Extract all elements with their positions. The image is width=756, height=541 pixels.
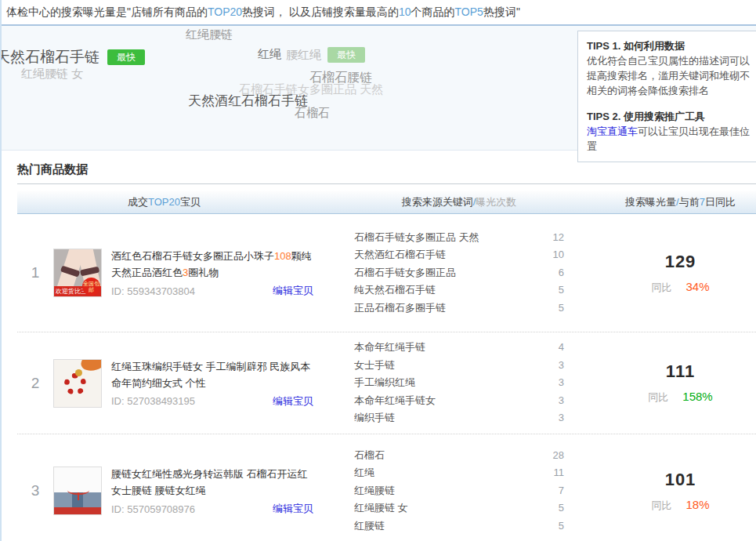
cloud-word-label: 天然石榴石手链 [0,47,99,67]
intro-segment: 个商品的 [411,5,455,18]
edit-item-link[interactable]: 编辑宝贝 [273,394,313,408]
intro-segment: 热搜词" [483,5,520,18]
tips-1-body: 优化符合自己宝贝属性的描述词可以提高搜索排名，滥用关键词和堆砌不相关的词将会降低… [587,53,756,98]
keyword-row: 天然酒红石榴石手链10 [354,246,564,264]
keyword-list: 石榴石手链女多圈正品 天然12 天然酒红石榴石手链10 石榴石手链女多圈正品6 … [354,229,564,318]
promo-band-graphic [54,507,101,514]
red-bead-bracelet-graphic [64,373,86,395]
tips-2-title: TIPS 2. 使用搜索推广工具 [587,109,756,124]
cloud-word-label: 天然酒红石榴石手链 [188,92,308,110]
tips-box: TIPS 1. 如何利用数据 优化符合自己宝贝属性的描述词可以提高搜索排名，滥用… [577,31,756,162]
product-title: 酒红色石榴石手链女多圈正品小珠子108颗纯天然正品酒红色3圈礼物 [111,248,313,281]
keyword-row: 本命年红绳手链4 [354,339,564,357]
fastest-badge: 最快 [107,49,145,65]
tips-1-title: TIPS 1. 如何利用数据 [587,38,756,53]
intro-number: 10 [399,5,411,18]
fastest-badge: 最快 [327,47,365,63]
section-divider [17,183,756,184]
product-title: 红绳玉珠编织手链女 手工编制辟邪 民族风本命年简约细女式 个性 [111,358,313,391]
product-image[interactable] [53,359,102,408]
compare-percent: 158% [682,390,712,403]
column-header-exposure: 搜索曝光量/与前7日同比 [564,195,756,209]
keyword-row: 红绳腰链7 [354,482,564,500]
cloud-word-label: 红绳腰链 女 [21,67,83,82]
waist-chain-graphic [78,492,79,500]
edit-item-link[interactable]: 编辑宝贝 [273,284,313,298]
keyword-row: 红腰链5 [354,517,564,536]
section-title: 热门商品数据 [17,162,756,177]
keyword-row: 石榴石手链女多圈正品 天然12 [354,229,564,247]
free-shipping-seal: 全国包邮 [82,278,100,296]
intro-segment: 热搜词， 以及店铺搜索量最高的 [242,5,399,18]
exposure-value: 101 [605,470,756,490]
keyword-row: 手工编织红绳3 [354,374,564,392]
table-row: 2 红绳玉珠编织手链女 手工编制辟邪 民族风本命年简约细女式 个性 ID: 52… [17,332,756,434]
keyword-list: 本命年红绳手链4 女士手链3 手工编织红绳3 本命年红绳手链女3 编织手链3 [354,339,564,427]
product-id: ID: 559343703804 [111,285,195,297]
keyword-list: 石榴石28 红绳11 红绳腰链7 红绳腰链 女5 红腰链5 [354,447,564,536]
rank: 1 [17,264,53,281]
gold-bead-graphic [75,369,82,376]
rank: 2 [17,375,53,392]
exposure-cell: 111 同比158% [564,361,756,405]
intro-number: TOP20 [208,5,242,18]
cloud-word: 红绳 [258,47,281,62]
keyword-cloud-panel: 红绳腰链 天然石榴石手链 最快 红绳腰链 女 红绳 腰红绳 最快 石榴石腰链 石… [2,24,756,151]
keyword-row: 本命年红绳手链女3 [354,392,564,410]
compare-percent: 18% [685,498,709,511]
ztc-promo-link[interactable]: 淘宝直通车 [587,125,638,137]
keyword-row: 女士手链3 [354,357,564,375]
product-image[interactable] [53,467,102,515]
intro-segment: 体检中心的搜索曝光量是"店铺所有商品的 [6,5,208,18]
cloud-word: 石榴石 [295,106,330,121]
cloud-word: 腰红绳 最快 [286,47,365,63]
keyword-row: 红绳11 [354,464,564,482]
table-header-row: 成交TOP20宝贝 搜索来源关键词/曝光次数 搜索曝光量/与前7日同比 [17,191,756,214]
exposure-cell: 129 同比34% [564,252,756,295]
intro-number: TOP5 [455,5,483,18]
column-header-source-keywords: 搜索来源关键词/曝光次数 [354,195,564,209]
keyword-row: 纯天然石榴石手链5 [354,281,564,300]
cloud-word: 天然酒红石榴石手链 [188,92,308,110]
product-image[interactable]: 欢迎货比三家 全国包邮 [53,249,102,297]
column-header-top20-items: 成交TOP20宝贝 [17,195,354,209]
search-exposure-report: 体检中心的搜索曝光量是"店铺所有商品的TOP20热搜词， 以及店铺搜索量最高的1… [0,0,756,541]
product-id: ID: 557059708976 [111,503,195,515]
table-row: 1 欢迎货比三家 全国包邮 酒红色石榴石手链女多圈正品小珠子108颗纯天然正品酒… [17,214,756,332]
cloud-word: 红绳腰链 [186,27,233,42]
product-id: ID: 527038493195 [111,395,195,407]
table-body: 1 欢迎货比三家 全国包邮 酒红色石榴石手链女多圈正品小珠子108颗纯天然正品酒… [17,214,756,541]
keyword-row: 编织手链3 [354,409,564,427]
table-row: 3 腰链女红绳性感光身转运韩版 石榴石开运红女士腰链 腰链女红绳 ID: 557… [17,434,756,541]
keyword-row: 红绳腰链 女5 [354,499,564,517]
exposure-cell: 101 同比18% [564,470,756,513]
exposure-value: 129 [605,252,756,272]
cloud-word: 红绳腰链 女 [21,67,83,82]
cloud-word: 天然石榴石手链 最快 [0,47,145,67]
exposure-value: 111 [605,361,756,382]
compare-label: 同比 [651,281,671,293]
compare-label: 同比 [651,499,671,511]
keyword-row: 石榴石28 [354,447,564,465]
product-title: 腰链女红绳性感光身转运韩版 石榴石开运红女士腰链 腰链女红绳 [111,466,313,499]
cloud-word-label: 红绳 [258,47,281,62]
compare-percent: 34% [685,280,709,293]
keyword-row: 石榴石手链女多圈正品6 [354,264,564,282]
compare-label: 同比 [648,391,668,403]
cloud-word-label: 红绳腰链 [186,27,233,42]
cloud-word-label: 石榴石 [295,106,330,121]
rank: 3 [17,482,53,499]
cloud-word-label: 腰红绳 [286,48,321,63]
intro-text: 体检中心的搜索曝光量是"店铺所有商品的TOP20热搜词， 以及店铺搜索量最高的1… [2,0,756,24]
edit-item-link[interactable]: 编辑宝贝 [273,502,313,516]
keyword-row: 正品石榴石多圈手链5 [354,300,564,318]
